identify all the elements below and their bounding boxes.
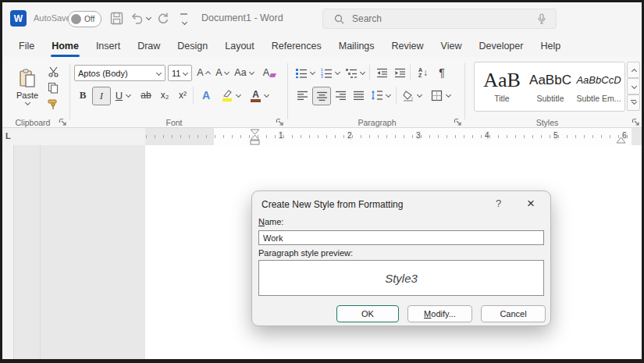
grow-font-button[interactable]: A bbox=[196, 65, 212, 80]
style-name-input[interactable] bbox=[258, 230, 544, 245]
right-indent-marker[interactable] bbox=[616, 137, 626, 144]
paragraph-dialog-launcher-icon[interactable] bbox=[454, 118, 463, 127]
text-effects-letter: A bbox=[202, 89, 210, 101]
bullets-button[interactable] bbox=[294, 65, 316, 80]
more-chevron-icon bbox=[181, 20, 187, 26]
tab-developer[interactable]: Developer bbox=[470, 37, 532, 55]
cancel-button[interactable]: Cancel bbox=[481, 305, 546, 322]
save-button[interactable] bbox=[110, 12, 123, 25]
microphone-icon[interactable] bbox=[537, 13, 546, 24]
tab-insert[interactable]: Insert bbox=[87, 37, 129, 55]
subscript-button[interactable]: x₂ bbox=[157, 87, 173, 104]
font-group-label: Font bbox=[151, 118, 197, 127]
cut-button[interactable] bbox=[44, 64, 62, 78]
copy-button[interactable] bbox=[44, 80, 62, 94]
numbering-chevron-icon bbox=[334, 69, 340, 76]
decrease-indent-button[interactable] bbox=[374, 65, 390, 80]
tab-mailings[interactable]: Mailings bbox=[330, 37, 383, 55]
show-hide-marks-button[interactable]: ¶ bbox=[435, 64, 449, 81]
tab-file[interactable]: File bbox=[10, 37, 43, 55]
format-painter-button[interactable] bbox=[44, 97, 62, 111]
first-line-indent-marker[interactable] bbox=[250, 129, 260, 135]
font-dialog-launcher-icon[interactable] bbox=[276, 118, 285, 127]
hanging-indent-marker[interactable] bbox=[250, 135, 260, 145]
more-line-icon bbox=[180, 13, 187, 15]
gallery-more-button[interactable] bbox=[627, 94, 640, 111]
strikethrough-button[interactable]: ab bbox=[137, 87, 155, 104]
highlight-color-button[interactable] bbox=[219, 87, 243, 104]
autosave-toggle[interactable]: Off bbox=[68, 11, 101, 27]
tab-help[interactable]: Help bbox=[532, 37, 569, 55]
bold-button[interactable]: B bbox=[76, 87, 90, 104]
align-right-button[interactable] bbox=[333, 87, 348, 104]
clear-formatting-button[interactable]: A bbox=[262, 65, 277, 80]
tab-selector-button[interactable]: L bbox=[5, 131, 11, 141]
gallery-scroll-up-button[interactable] bbox=[627, 62, 640, 78]
ok-button[interactable]: OK bbox=[336, 305, 399, 322]
increase-indent-button[interactable] bbox=[392, 65, 407, 80]
change-case-button[interactable]: Aa bbox=[233, 65, 255, 80]
shading-button[interactable] bbox=[400, 87, 424, 104]
small-separator bbox=[193, 87, 194, 104]
tab-home[interactable]: Home bbox=[43, 37, 87, 55]
font-color-icon: A bbox=[251, 89, 261, 102]
style-item-title[interactable]: AaB Title bbox=[478, 62, 526, 111]
numbering-button[interactable]: 1 2 3 bbox=[319, 65, 341, 80]
quick-access-more-button[interactable] bbox=[180, 13, 187, 29]
borders-button[interactable] bbox=[429, 87, 454, 104]
dialog-title: Create New Style from Formatting bbox=[262, 199, 403, 210]
tab-review[interactable]: Review bbox=[383, 37, 432, 55]
multilevel-list-icon bbox=[345, 67, 358, 78]
align-center-button-selected[interactable] bbox=[312, 87, 331, 105]
search-input[interactable] bbox=[350, 12, 537, 25]
styles-dialog-launcher-icon[interactable] bbox=[632, 118, 641, 127]
multilevel-list-button[interactable] bbox=[344, 65, 366, 80]
gallery-scroll-down-button[interactable] bbox=[627, 78, 640, 94]
superscript-letters: x² bbox=[179, 90, 187, 101]
tab-references[interactable]: References bbox=[263, 37, 330, 55]
redo-button[interactable] bbox=[156, 11, 170, 25]
superscript-button[interactable]: x² bbox=[175, 87, 190, 104]
decrease-indent-icon bbox=[376, 68, 388, 78]
justify-button[interactable] bbox=[350, 87, 366, 104]
underline-button[interactable]: U bbox=[112, 87, 134, 104]
styles-group-label: Styles bbox=[524, 118, 571, 127]
undo-icon bbox=[130, 11, 144, 25]
clipboard-dialog-launcher-icon[interactable] bbox=[59, 118, 68, 127]
shrink-arrow-icon bbox=[223, 69, 229, 76]
undo-button[interactable] bbox=[130, 11, 151, 25]
font-name-select[interactable]: Aptos (Body) bbox=[74, 65, 165, 81]
align-left-button[interactable] bbox=[294, 87, 310, 104]
word-logo-icon[interactable]: W bbox=[10, 10, 27, 27]
italic-letter: I bbox=[100, 90, 103, 102]
modify-button[interactable]: Modify... bbox=[407, 305, 472, 322]
tab-draw[interactable]: Draw bbox=[129, 37, 169, 55]
sort-button[interactable]: A Z ↓ bbox=[414, 64, 432, 81]
style-item-subtle-emphasis[interactable]: AaBbCcD Subtle Em... bbox=[575, 62, 623, 111]
style-item-subtitle[interactable]: AaBbC Subtitle bbox=[526, 62, 575, 111]
tab-view[interactable]: View bbox=[432, 37, 471, 55]
shrink-font-button[interactable]: A bbox=[215, 65, 230, 80]
dialog-close-button[interactable]: × bbox=[527, 196, 535, 212]
tab-design[interactable]: Design bbox=[169, 37, 216, 55]
shrink-font-letter: A bbox=[215, 67, 222, 78]
font-name-value: Aptos (Body) bbox=[78, 69, 128, 78]
paste-button[interactable]: Paste bbox=[12, 62, 43, 113]
tab-layout[interactable]: Layout bbox=[216, 37, 263, 55]
horizontal-ruler: L 1 2 3 4 5 6 bbox=[2, 128, 642, 145]
undo-dropdown-chevron-icon[interactable] bbox=[145, 15, 151, 21]
font-size-select[interactable]: 11 bbox=[168, 65, 192, 81]
search-box[interactable] bbox=[322, 9, 557, 29]
line-spacing-button[interactable] bbox=[369, 87, 393, 104]
numbered-list-icon: 1 2 3 bbox=[320, 67, 333, 78]
italic-button-selected[interactable]: I bbox=[92, 87, 111, 105]
align-center-icon bbox=[316, 91, 328, 101]
dialog-help-button[interactable]: ? bbox=[496, 198, 501, 209]
font-color-button[interactable]: A bbox=[249, 87, 271, 104]
grow-font-letter: A bbox=[197, 67, 203, 78]
svg-text:3: 3 bbox=[321, 74, 323, 78]
font-size-value: 11 bbox=[172, 69, 180, 78]
style-preview-text: AaBbCcD bbox=[575, 69, 623, 92]
text-effects-button[interactable]: A bbox=[197, 87, 215, 104]
scissors-icon bbox=[48, 66, 59, 77]
